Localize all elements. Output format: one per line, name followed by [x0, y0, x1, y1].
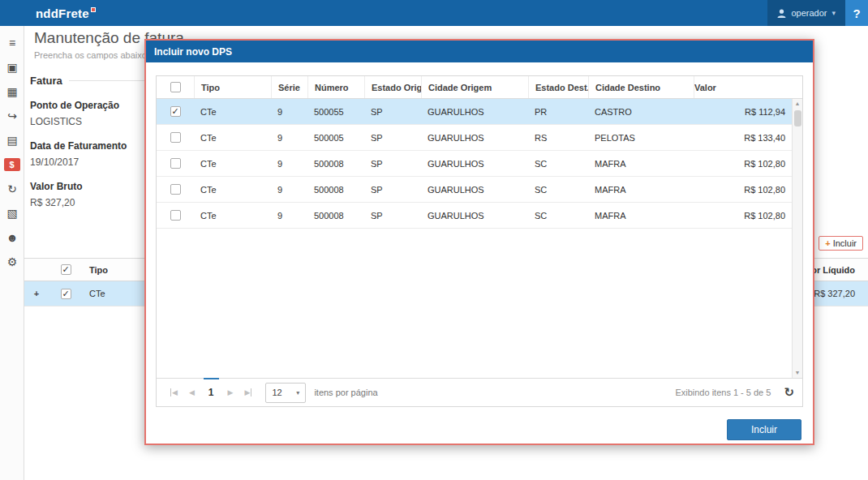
pager: ◀ ◀ 1 ▶ ▶ 12 ▾ itens por página Exibindo…: [157, 378, 802, 406]
next-page-button[interactable]: ▶: [228, 388, 234, 396]
user-icon: [777, 9, 786, 18]
chevron-down-icon: ▾: [831, 9, 836, 17]
cell: 9: [271, 133, 307, 143]
column-header[interactable]: Cidade Origem: [421, 76, 528, 98]
user-menu[interactable]: operador ▾: [767, 0, 845, 26]
column-header[interactable]: Estado Dest...: [528, 76, 588, 98]
column-header[interactable]: Série: [271, 76, 307, 98]
cell: 500005: [307, 133, 364, 143]
brand-flag-icon: [91, 7, 96, 12]
documents-icon[interactable]: ▣: [0, 55, 24, 79]
dps-row[interactable]: CTe9500008SPGUARULHOSSCMAFRAR$ 102,80: [157, 203, 792, 229]
cell: R$ 133,40: [694, 125, 792, 151]
modal-incluir-button[interactable]: Incluir: [727, 419, 801, 440]
page-size-value: 12: [272, 388, 281, 397]
refresh-icon[interactable]: ↻: [784, 385, 794, 400]
incluir-button-label: Incluir: [833, 238, 857, 248]
modal-grid-header: TipoSérieNúmeroEstado Orig...Cidade Orig…: [157, 76, 802, 99]
scroll-down-icon[interactable]: ▼: [795, 368, 801, 378]
dps-row[interactable]: CTe9500008SPGUARULHOSSCMAFRAR$ 102,80: [157, 177, 792, 203]
row-checkbox[interactable]: [170, 132, 181, 143]
column-header[interactable]: Número: [307, 76, 364, 98]
cell: 500008: [307, 185, 364, 195]
vertical-scrollbar[interactable]: ▲ ▼: [792, 99, 802, 378]
billing-icon[interactable]: $: [4, 158, 20, 171]
archive-icon[interactable]: ▧: [0, 201, 24, 225]
brand-text: nddFrete: [36, 6, 89, 20]
dps-row[interactable]: CTe9500008SPGUARULHOSSCMAFRAR$ 102,80: [157, 151, 792, 177]
first-page-button[interactable]: ◀: [170, 388, 178, 396]
dps-row[interactable]: CTe9500005SPGUARULHOSRSPELOTASR$ 133,40: [157, 125, 792, 151]
cell: GUARULHOS: [421, 211, 528, 221]
help-button[interactable]: ?: [845, 0, 868, 26]
cell: SP: [364, 211, 421, 221]
select-all-checkbox[interactable]: [170, 82, 181, 92]
cell: 500055: [307, 107, 364, 117]
last-page-button[interactable]: ▶: [244, 388, 251, 396]
row-checkbox[interactable]: [170, 184, 181, 195]
cell: 9: [271, 159, 307, 169]
pager-status: Exibindo itens 1 - 5 de 5: [675, 388, 771, 397]
page-size-select[interactable]: 12 ▾: [265, 383, 306, 403]
field-value: R$ 327,20: [30, 197, 152, 208]
cell: CTe: [194, 107, 271, 117]
modal-grid-rows: ✓CTe9500055SPGUARULHOSPRCASTROR$ 112,94C…: [157, 99, 802, 378]
row-checkbox[interactable]: [170, 158, 181, 169]
cell: GUARULHOS: [421, 133, 528, 143]
modal-footer: Incluir: [156, 407, 803, 440]
truck-icon[interactable]: ▦: [0, 79, 24, 104]
cell: GUARULHOS: [421, 107, 528, 117]
cell: R$ 102,80: [694, 151, 792, 177]
scroll-up-icon[interactable]: ▲: [795, 99, 801, 109]
expand-icon[interactable]: +: [24, 289, 49, 298]
cell: MAFRA: [588, 211, 694, 221]
cell: GUARULHOS: [421, 185, 528, 195]
row-checkbox[interactable]: [170, 210, 181, 221]
field-label: Ponto de Operação: [30, 100, 152, 111]
cell: 500008: [307, 211, 364, 221]
cell: SC: [528, 159, 588, 169]
dps-grid: TipoSérieNúmeroEstado Orig...Cidade Orig…: [156, 75, 803, 407]
column-header[interactable]: Cidade Destino: [588, 76, 694, 98]
menu-icon[interactable]: ≡: [0, 31, 24, 55]
brand-logo: nddFrete: [36, 6, 96, 20]
invoice-icon[interactable]: ▤: [0, 128, 24, 152]
cell: SC: [528, 185, 588, 195]
modal-body: TipoSérieNúmeroEstado Orig...Cidade Orig…: [146, 62, 813, 448]
cell: 500008: [307, 159, 364, 169]
field-value: 19/10/2017: [30, 156, 152, 168]
field-label: Valor Bruto: [30, 181, 152, 192]
field-label: Data de Faturamento: [30, 140, 152, 152]
column-header[interactable]: Tipo: [194, 76, 271, 98]
scrollbar-thumb[interactable]: [794, 110, 801, 126]
cell: SC: [528, 211, 588, 221]
topbar: nddFrete operador ▾ ?: [0, 0, 868, 26]
cell: R$ 112,94: [694, 99, 792, 125]
cell: GUARULHOS: [421, 159, 528, 169]
cell: PR: [528, 107, 588, 117]
row-checkbox[interactable]: ✓: [61, 289, 71, 299]
history-icon[interactable]: ↻: [0, 177, 24, 201]
current-page[interactable]: 1: [208, 387, 214, 398]
cell: R$ 102,80: [694, 203, 792, 229]
per-page-label: itens por página: [314, 388, 377, 397]
incluir-button[interactable]: + Incluir: [819, 236, 863, 251]
export-icon[interactable]: ↪: [0, 104, 24, 128]
dps-row[interactable]: ✓CTe9500055SPGUARULHOSPRCASTROR$ 112,94: [157, 99, 792, 125]
row-checkbox[interactable]: ✓: [170, 106, 181, 117]
cell: CTe: [194, 185, 271, 195]
modal-title: Incluir novo DPS: [154, 46, 232, 58]
cell: R$ 102,80: [694, 177, 792, 203]
column-header[interactable]: Valor: [694, 76, 792, 98]
cell: SP: [364, 133, 421, 143]
cell: SP: [364, 159, 421, 169]
cell: CTe: [194, 211, 271, 221]
select-all-checkbox[interactable]: ✓: [61, 264, 71, 275]
partners-icon[interactable]: ☻: [0, 225, 24, 250]
settings-icon[interactable]: ⚙: [0, 250, 24, 274]
column-header[interactable]: Estado Orig...: [364, 76, 421, 98]
cell: SP: [364, 185, 421, 195]
field-value: LOGISTICS: [30, 116, 152, 127]
cell: CTe: [194, 159, 271, 169]
prev-page-button[interactable]: ◀: [189, 388, 195, 396]
